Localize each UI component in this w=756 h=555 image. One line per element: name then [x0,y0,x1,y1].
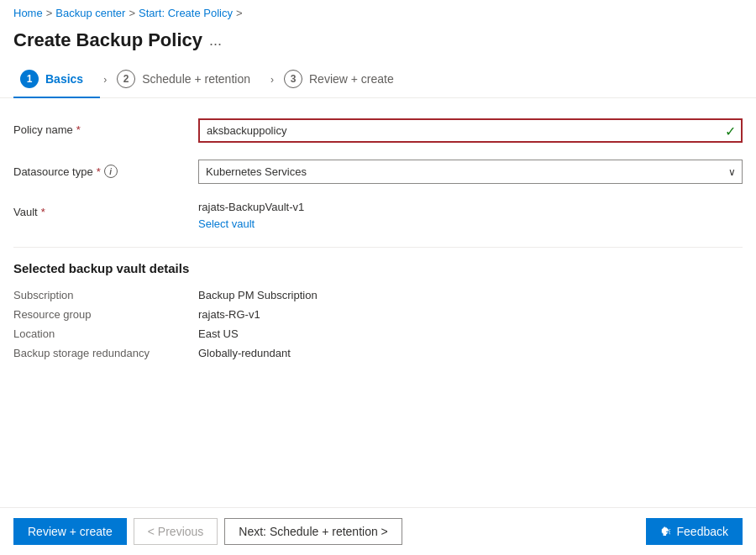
breadcrumb-sep3: > [236,7,243,19]
detail-location-label: Location [13,327,198,340]
policy-name-input[interactable] [198,118,743,143]
tab-review-create[interactable]: 3 Review + create [277,61,411,98]
form-divider [13,247,743,248]
page-options-icon[interactable]: ... [209,32,222,50]
datasource-select-wrapper: Kubernetes Services Azure Blobs Azure Di… [198,160,743,184]
detail-rg-label: Resource group [13,308,198,321]
footer-bar: Review + create < Previous Next: Schedul… [0,507,756,555]
detail-redundancy-label: Backup storage redundancy [13,347,198,359]
vault-label: Vault * [13,201,198,218]
policy-name-valid-icon: ✓ [725,123,736,139]
vault-value-text: rajats-BackupVault-v1 [198,201,743,213]
datasource-type-control: Kubernetes Services Azure Blobs Azure Di… [198,160,743,184]
select-vault-link[interactable]: Select vault [198,217,255,230]
policy-name-required: * [76,123,81,136]
feedback-label: Feedback [677,525,728,538]
tab-review-label: Review + create [309,72,394,86]
form-area: Policy name * ✓ Datasource type * i Kube… [0,98,756,507]
datasource-type-select[interactable]: Kubernetes Services Azure Blobs Azure Di… [198,160,743,184]
vault-required: * [41,206,45,218]
vault-row: Vault * rajats-BackupVault-v1 Select vau… [13,201,743,230]
tab-basics-label: Basics [45,72,83,86]
policy-name-input-wrapper: ✓ [198,118,743,143]
detail-redundancy-row: Backup storage redundancy Globally-redun… [13,347,743,359]
feedback-icon: 🗣 [660,525,672,538]
tab-basics[interactable]: 1 Basics [13,61,100,98]
datasource-required: * [97,165,101,178]
page-title: Create Backup Policy [13,29,202,51]
vault-details-title: Selected backup vault details [13,254,743,275]
tab-basics-number: 1 [20,70,39,88]
page-header: Create Backup Policy ... [0,26,756,61]
detail-location-value: East US [198,327,239,340]
breadcrumb: Home > Backup center > Start: Create Pol… [0,0,756,26]
tab-schedule-label: Schedule + retention [142,72,250,86]
vault-details-section: Selected backup vault details Subscripti… [13,254,743,359]
tab-sep-1: › [100,74,110,86]
datasource-type-row: Datasource type * i Kubernetes Services … [13,160,743,184]
detail-subscription-label: Subscription [13,289,198,301]
breadcrumb-start-create[interactable]: Start: Create Policy [139,7,233,19]
review-create-button[interactable]: Review + create [13,518,127,545]
breadcrumb-backup-center[interactable]: Backup center [55,7,125,19]
datasource-type-label: Datasource type * i [13,160,198,178]
breadcrumb-home[interactable]: Home [13,7,43,19]
detail-redundancy-value: Globally-redundant [198,347,291,359]
tab-sep-2: › [267,74,277,86]
policy-name-control: ✓ [198,118,743,143]
detail-subscription-value: Backup PM Subscription [198,289,318,301]
detail-location-row: Location East US [13,327,743,340]
vault-control: rajats-BackupVault-v1 Select vault [198,201,743,230]
policy-name-label: Policy name * [13,118,198,136]
breadcrumb-sep1: > [46,7,53,19]
policy-name-row: Policy name * ✓ [13,118,743,143]
next-button[interactable]: Next: Schedule + retention > [224,518,402,545]
tab-review-number: 3 [284,70,302,88]
detail-subscription-row: Subscription Backup PM Subscription [13,289,743,301]
datasource-info-icon[interactable]: i [104,165,118,178]
detail-rg-value: rajats-RG-v1 [198,308,260,321]
breadcrumb-sep2: > [129,7,135,19]
tab-schedule-retention[interactable]: 2 Schedule + retention [110,61,267,98]
detail-rg-row: Resource group rajats-RG-v1 [13,308,743,321]
tab-schedule-number: 2 [117,70,135,88]
previous-button[interactable]: < Previous [134,518,218,545]
tabs-row: 1 Basics › 2 Schedule + retention › 3 Re… [0,61,756,98]
feedback-button[interactable]: 🗣 Feedback [646,518,743,545]
